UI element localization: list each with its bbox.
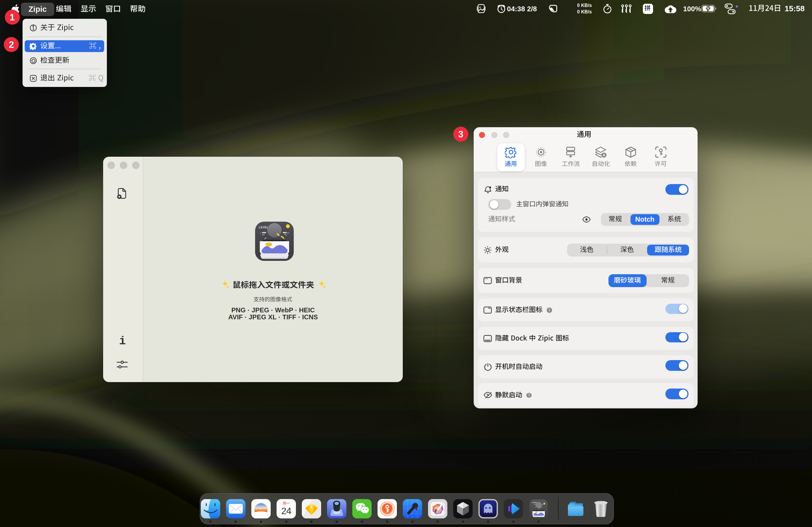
svg-text:28: 28 <box>287 232 289 234</box>
svg-text:24: 24 <box>281 506 291 516</box>
svg-text:i: i <box>119 335 126 346</box>
svg-text:LEVEL: LEVEL <box>259 226 269 229</box>
svg-text:0: 0 <box>260 232 261 234</box>
